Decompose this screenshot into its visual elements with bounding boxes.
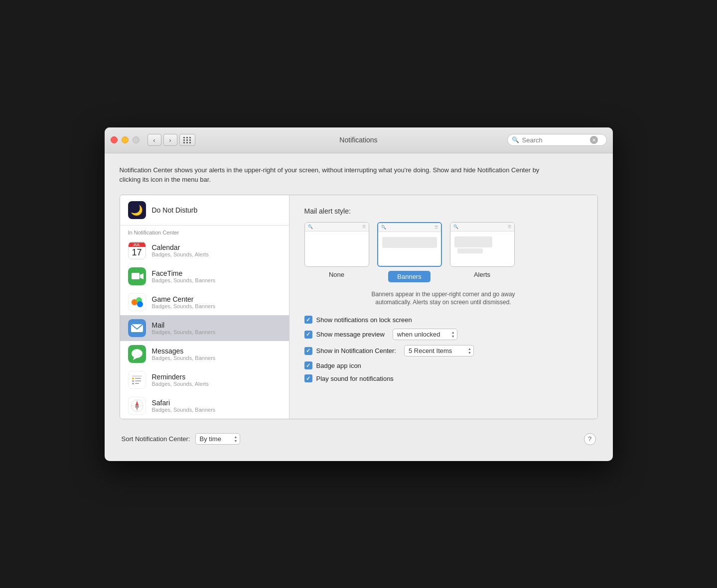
- right-panel: Mail alert style: 🔍 ☰ None: [289, 195, 597, 419]
- sound-checkbox[interactable]: ✓: [304, 374, 312, 382]
- app-sub-messages: Badges, Sounds, Banners: [152, 355, 216, 361]
- preview-label: Show message preview: [316, 331, 385, 338]
- content-area: Notification Center shows your alerts in…: [105, 153, 613, 461]
- titlebar: ‹ › Notifications 🔍 ✕: [105, 127, 613, 153]
- maximize-button[interactable]: [133, 136, 140, 143]
- app-sub-reminders: Badges, Sounds, Alerts: [152, 381, 209, 387]
- sort-dropdown[interactable]: By time ▲ ▼: [195, 433, 240, 445]
- sidebar-item-mail[interactable]: Mail Badges, Sounds, Banners: [120, 315, 289, 341]
- dnd-item[interactable]: 🌙 Do Not Disturb: [120, 195, 289, 226]
- badge-checkbox[interactable]: ✓: [304, 361, 312, 369]
- notifcenter-label: Show in Notification Center:: [316, 347, 396, 354]
- preview-search-icon-a: 🔍: [453, 225, 458, 229]
- dnd-icon: 🌙: [128, 201, 146, 219]
- main-panel: 🌙 Do Not Disturb In Notification Center …: [120, 195, 598, 419]
- traffic-lights: [111, 136, 140, 143]
- app-sub-facetime: Badges, Sounds, Banners: [152, 277, 216, 283]
- checkbox-row-lockscreen: ✓ Show notifications on lock screen: [304, 316, 582, 324]
- grid-button[interactable]: [179, 134, 195, 146]
- app-name-messages: Messages: [152, 347, 216, 355]
- preview-search-icon: 🔍: [308, 225, 313, 229]
- preview-topbar-alerts: 🔍 ☰: [450, 223, 514, 232]
- help-button[interactable]: ?: [584, 433, 596, 445]
- nav-buttons: ‹ ›: [147, 134, 177, 146]
- checkbox-row-preview: ✓ Show message preview when unlocked ▲ ▼: [304, 329, 582, 340]
- preview-dropdown[interactable]: when unlocked ▲ ▼: [393, 329, 457, 340]
- window-title: Notifications: [339, 136, 377, 144]
- app-sub-safari: Badges, Sounds, Banners: [152, 407, 216, 413]
- app-sub-gamecenter: Badges, Sounds, Banners: [152, 303, 216, 309]
- preview-dropdown-value: when unlocked: [397, 331, 440, 338]
- alert-option-banners[interactable]: 🔍 ☰ Banners: [377, 222, 442, 282]
- back-button[interactable]: ‹: [147, 134, 161, 146]
- gamecenter-icon: [128, 293, 146, 311]
- notifcenter-check-icon: ✓: [306, 348, 310, 354]
- sound-label: Play sound for notifications: [316, 375, 394, 382]
- notifcenter-dropdown[interactable]: 5 Recent Items ▲ ▼: [404, 345, 474, 356]
- svg-rect-20: [135, 383, 139, 384]
- preview-topbar-none: 🔍 ☰: [305, 223, 369, 232]
- sidebar-item-safari[interactable]: Safari Badges, Sounds, Banners: [120, 393, 289, 419]
- notifcenter-dropdown-arrows: ▲ ▼: [468, 347, 471, 354]
- app-name-reminders: Reminders: [152, 373, 209, 381]
- alert-style-label: Mail alert style:: [304, 207, 582, 215]
- search-icon: 🔍: [512, 136, 519, 143]
- app-name-facetime: FaceTime: [152, 269, 216, 277]
- footer: Sort Notification Center: By time ▲ ▼ ?: [120, 429, 598, 449]
- search-clear-button[interactable]: ✕: [590, 136, 598, 144]
- grid-icon: [183, 137, 191, 143]
- alert-preview-alerts[interactable]: 🔍 ☰: [450, 222, 515, 267]
- alert-preview-banners[interactable]: 🔍 ☰: [377, 222, 442, 267]
- lockscreen-check-icon: ✓: [306, 317, 310, 323]
- app-name-mail: Mail: [152, 321, 216, 329]
- section-header: In Notification Center: [120, 226, 289, 237]
- svg-rect-16: [135, 378, 141, 379]
- alert-options: 🔍 ☰ None 🔍 ☰: [304, 222, 582, 282]
- preview-notification-alert: [454, 236, 493, 247]
- alerts-label: Alerts: [474, 271, 490, 278]
- svg-rect-18: [135, 380, 141, 381]
- close-button[interactable]: [111, 136, 118, 143]
- minimize-button[interactable]: [122, 136, 129, 143]
- preview-dropdown-arrows: ▲ ▼: [451, 331, 455, 338]
- svg-point-7: [132, 299, 138, 305]
- svg-rect-19: [132, 383, 134, 384]
- notifcenter-checkbox[interactable]: ✓: [304, 347, 312, 355]
- preview-notification-banner: [382, 237, 437, 248]
- forward-button[interactable]: ›: [163, 134, 177, 146]
- sidebar-item-gamecenter[interactable]: Game Center Badges, Sounds, Banners: [120, 289, 289, 315]
- sidebar-item-messages[interactable]: Messages Badges, Sounds, Banners: [120, 341, 289, 367]
- none-label: None: [329, 271, 344, 278]
- checkbox-row-badge: ✓ Badge app icon: [304, 361, 582, 369]
- checkbox-row-notifcenter: ✓ Show in Notification Center: 5 Recent …: [304, 345, 582, 356]
- sidebar-item-facetime[interactable]: FaceTime Badges, Sounds, Banners: [120, 263, 289, 289]
- svg-rect-13: [128, 371, 146, 389]
- sound-check-icon: ✓: [306, 375, 310, 382]
- sidebar-item-reminders[interactable]: Reminders Badges, Sounds, Alerts: [120, 367, 289, 393]
- svg-rect-17: [132, 380, 134, 382]
- checkbox-row-sound: ✓ Play sound for notifications: [304, 374, 582, 382]
- dnd-label: Do Not Disturb: [152, 206, 198, 214]
- lockscreen-checkbox[interactable]: ✓: [304, 316, 312, 324]
- reminders-icon: [128, 371, 146, 389]
- preview-list-icon-b: ☰: [434, 225, 438, 230]
- search-input[interactable]: [522, 136, 587, 144]
- alert-preview-none[interactable]: 🔍 ☰: [304, 222, 369, 267]
- banners-description: Banners appear in the upper-right corner…: [304, 290, 582, 307]
- badge-label: Badge app icon: [316, 362, 361, 369]
- svg-rect-1: [132, 273, 140, 279]
- preview-checkbox[interactable]: ✓: [304, 331, 312, 339]
- sort-dropdown-value: By time: [200, 435, 221, 443]
- banners-button[interactable]: Banners: [388, 271, 430, 282]
- search-box[interactable]: 🔍 ✕: [507, 134, 607, 146]
- notifcenter-dropdown-value: 5 Recent Items: [409, 347, 452, 354]
- preview-check-icon: ✓: [306, 331, 310, 338]
- alert-option-none[interactable]: 🔍 ☰ None: [304, 222, 369, 282]
- app-name-safari: Safari: [152, 399, 216, 407]
- main-window: ‹ › Notifications 🔍 ✕ Notification Cente…: [105, 127, 613, 461]
- svg-rect-14: [132, 375, 142, 377]
- preview-list-icon-a: ☰: [508, 225, 511, 229]
- preview-search-icon-b: 🔍: [381, 225, 386, 230]
- alert-option-alerts[interactable]: 🔍 ☰ Alerts: [450, 222, 515, 282]
- sidebar-item-calendar[interactable]: JUL 17 Calendar Badges, Sounds, Alerts: [120, 237, 289, 263]
